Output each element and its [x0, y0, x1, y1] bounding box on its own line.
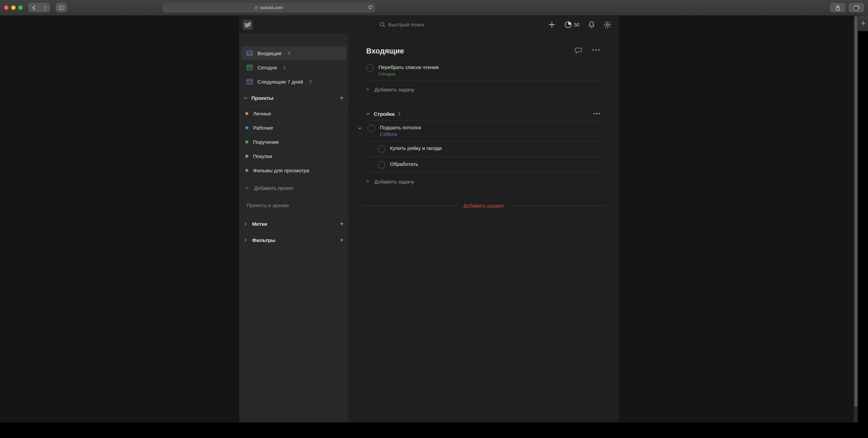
svg-point-20	[249, 83, 250, 83]
sidebar-labels-header[interactable]: Метки +	[239, 216, 348, 232]
productivity-score: 50	[574, 22, 579, 27]
task-title: Купить рейку и гвозди	[390, 145, 442, 151]
notifications-button[interactable]	[588, 21, 595, 28]
svg-point-19	[248, 83, 249, 83]
task-row[interactable]: Перебрать список чтения Сегодня	[366, 60, 601, 81]
todoist-app: 50 В	[239, 16, 619, 422]
safari-address-bar[interactable]: todoist.com	[163, 3, 375, 12]
plus-icon	[548, 21, 556, 28]
settings-button[interactable]	[604, 21, 611, 28]
sidebar-project-item[interactable]: Личные	[239, 106, 348, 121]
task-row[interactable]: Купить рейку и гвозди	[366, 141, 601, 157]
plus-icon: +	[244, 185, 250, 191]
task-checkbox[interactable]	[366, 64, 374, 72]
safari-sidebar-button[interactable]	[56, 3, 67, 12]
sidebar-icon	[59, 6, 64, 10]
section-more-button[interactable]: •••	[593, 111, 601, 117]
sidebar-item-label: Сегодня	[257, 65, 277, 70]
search-input[interactable]	[388, 22, 456, 27]
minimize-window-icon[interactable]	[11, 5, 16, 10]
safari-url: todoist.com	[260, 5, 283, 10]
sidebar-projects-list: ЛичныеРабочиеПорученияПокупкиФильмы для …	[239, 106, 348, 177]
svg-point-16	[248, 82, 249, 82]
safari-share-button[interactable]	[830, 3, 845, 12]
sidebar-project-item[interactable]: Покупки	[239, 149, 348, 163]
close-window-icon[interactable]	[4, 5, 8, 10]
sidebar-item-today[interactable]: 25 Сегодня 1	[241, 60, 346, 74]
sidebar-project-item[interactable]: Рабочие	[239, 121, 348, 135]
sidebar-item-upcoming[interactable]: Следующие 7 дней 2	[241, 74, 346, 89]
add-task-label: Добавить задачу	[374, 87, 414, 92]
project-color-dot	[245, 140, 248, 144]
comment-icon	[575, 47, 582, 54]
content: Входящие •••	[349, 34, 619, 422]
add-project-label: Добавить проект	[254, 185, 294, 191]
add-section-button[interactable]: Добавить раздел	[360, 203, 607, 209]
sidebar-add-project[interactable]: + Добавить проект	[239, 181, 348, 195]
more-button[interactable]: •••	[592, 47, 601, 55]
task-row[interactable]: Обработать	[366, 157, 601, 173]
bell-icon	[588, 21, 595, 28]
forward-button[interactable]	[39, 3, 50, 12]
app-viewport: 50 В	[0, 16, 858, 422]
filters-header-label: Фильтры	[252, 237, 275, 243]
add-task-button[interactable]: + Добавить задачу	[366, 81, 601, 101]
svg-point-6	[380, 22, 384, 26]
add-label-icon[interactable]: +	[340, 220, 344, 227]
sidebar-projects-header[interactable]: Проекты +	[239, 90, 348, 106]
task-date: Сегодня	[378, 71, 439, 76]
svg-rect-0	[59, 6, 64, 9]
chevron-down-icon	[358, 127, 361, 130]
svg-point-17	[249, 82, 250, 82]
chevron-right-icon	[244, 222, 249, 226]
svg-rect-2	[255, 7, 258, 9]
plus-icon	[861, 21, 866, 26]
productivity-icon	[564, 21, 572, 28]
sidebar-filters-header[interactable]: Фильтры +	[239, 232, 348, 248]
sidebar-item-inbox[interactable]: Входящие 4	[241, 46, 346, 60]
add-project-icon[interactable]: +	[340, 94, 344, 102]
lock-icon	[255, 5, 258, 10]
comments-button[interactable]	[575, 47, 582, 55]
project-color-dot	[245, 112, 248, 115]
sidebar-item-count: 2	[309, 79, 312, 84]
task-row[interactable]: Подшить потолок Суббота	[366, 121, 601, 141]
add-task-button[interactable]: + Добавить задачу	[366, 173, 601, 193]
safari-tabs-button[interactable]	[849, 3, 864, 12]
header-actions: 50	[548, 21, 611, 28]
task-title: Подшить потолок	[380, 125, 421, 130]
sidebar-item-count: 4	[288, 50, 290, 56]
projects-header-label: Проекты	[251, 95, 273, 101]
project-label: Личные	[253, 111, 271, 116]
reload-button[interactable]	[368, 5, 373, 10]
add-filter-icon[interactable]: +	[340, 237, 344, 244]
project-color-dot	[245, 126, 248, 129]
quick-add-button[interactable]	[548, 21, 556, 28]
safari-nav-buttons	[29, 3, 50, 12]
task-checkbox[interactable]	[378, 145, 385, 153]
task-checkbox[interactable]	[378, 161, 385, 169]
svg-point-21	[250, 83, 251, 83]
maximize-window-icon[interactable]	[18, 5, 23, 10]
task-expand-button[interactable]	[358, 125, 363, 131]
app-body: Входящие 4 25 Сегодня 1	[239, 34, 619, 422]
scrollbar-thumb[interactable]	[854, 16, 857, 407]
productivity-button[interactable]: 50	[564, 21, 579, 28]
more-icon: •••	[592, 47, 601, 53]
safari-new-tab-button[interactable]	[858, 16, 868, 31]
back-button[interactable]	[29, 3, 39, 12]
chevron-down-icon	[366, 111, 370, 117]
svg-rect-5	[854, 6, 858, 10]
section-header[interactable]: Стройка 3 •••	[366, 101, 601, 121]
scrollbar[interactable]	[853, 16, 858, 422]
sidebar-archive-link[interactable]: Проекты в архиве	[239, 195, 348, 216]
app-logo[interactable]	[243, 20, 253, 30]
sidebar-project-item[interactable]: Поручения	[239, 135, 348, 149]
sidebar-project-item[interactable]: Фильмы для просмотра	[239, 163, 348, 177]
divider	[360, 205, 457, 206]
sidebar: Входящие 4 25 Сегодня 1	[239, 34, 349, 422]
sidebar-item-count: 1	[283, 65, 286, 70]
task-checkbox[interactable]	[368, 125, 375, 132]
task-title: Перебрать список чтения	[378, 64, 439, 70]
share-icon	[835, 5, 840, 10]
